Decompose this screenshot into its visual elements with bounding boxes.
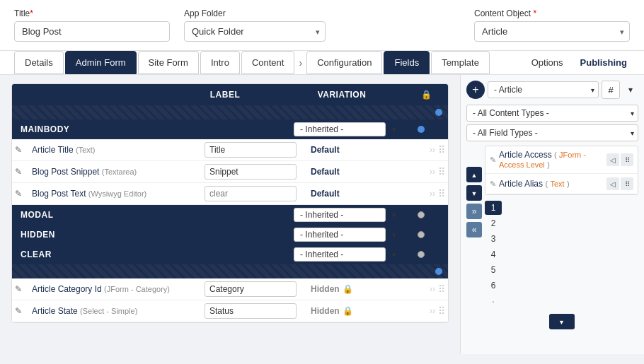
options-button[interactable]: Options: [529, 52, 566, 74]
content-object-select[interactable]: Article: [474, 21, 630, 42]
clear-dot: [418, 251, 425, 258]
move-out-button[interactable]: [466, 222, 482, 237]
field-name-text-snippet[interactable]: Blog Post Snippet: [32, 167, 99, 177]
nav-right-actions: Options Publishing: [529, 52, 630, 74]
right-content: ✎ Article Access ( JForm - Access Level …: [485, 146, 638, 329]
app-folder-select[interactable]: Quick Folder: [184, 21, 326, 42]
field-actions-category: › ⠿: [403, 283, 445, 295]
page-num-4[interactable]: 4: [485, 247, 502, 262]
tab-fields[interactable]: Fields: [384, 51, 430, 74]
left-panel: LABEL VARIATION 🔒 MAINBODY - Inherited -: [0, 75, 460, 354]
access-action-1[interactable]: ◁: [606, 153, 619, 166]
field-chevron-icon-blogtext: ›: [430, 189, 435, 199]
group-clear-select[interactable]: - Inherited -: [294, 247, 386, 262]
group-modal-select[interactable]: - Inherited -: [294, 208, 386, 222]
edit-icon-alias: ✎: [490, 180, 496, 189]
group-row-hidden: HIDDEN - Inherited -: [12, 225, 448, 245]
title-label-text: Title: [14, 8, 30, 18]
page-num-1[interactable]: 1: [485, 201, 502, 215]
drag-handle-title[interactable]: ⠿: [438, 144, 445, 155]
field-label-input-snippet[interactable]: [205, 164, 297, 180]
header-label: LABEL: [172, 84, 278, 105]
group-hidden-select[interactable]: - Inherited -: [294, 228, 386, 242]
header-lock: 🔒: [406, 84, 448, 105]
field-label-input-title[interactable]: [205, 142, 297, 158]
field-name-text-blogtext[interactable]: Blog Post Text: [32, 189, 86, 199]
group-hidden-chevron-icon: [392, 231, 396, 239]
move-up-icon: [471, 170, 478, 180]
move-up-button[interactable]: [466, 167, 482, 182]
header-variation: VARIATION: [278, 84, 406, 105]
tab-intro[interactable]: Intro: [200, 51, 240, 74]
publishing-button[interactable]: Publishing: [577, 52, 630, 74]
access-action-2[interactable]: ⠿: [621, 153, 633, 166]
field-chevron-icon-state: ›: [430, 306, 435, 316]
field-label-input-blogtext[interactable]: [205, 186, 297, 201]
drag-handle-category[interactable]: ⠿: [438, 283, 445, 295]
lock-icon-category: 🔒: [343, 284, 353, 294]
title-input[interactable]: [14, 21, 170, 42]
field-row-text: ✎ Blog Post Text (Wysiwyg Editor) Defaul…: [12, 183, 448, 205]
drag-handle-state[interactable]: ⠿: [438, 305, 445, 317]
field-label-input-category[interactable]: [205, 281, 297, 297]
add-field-button[interactable]: +: [466, 81, 485, 99]
right-toolbar: + - Article #: [466, 81, 638, 99]
field-name-text[interactable]: Article Title: [32, 145, 74, 155]
field-actions-state: › ⠿: [403, 305, 445, 317]
page-num-2[interactable]: 2: [485, 216, 502, 230]
bottom-expand-button[interactable]: [549, 314, 575, 329]
move-in-button[interactable]: [466, 204, 482, 219]
group-modal-chevron-icon: [392, 211, 396, 219]
content-object-label-text: Content Object: [474, 8, 531, 18]
title-label: Title*: [14, 8, 170, 18]
tab-content[interactable]: Content: [241, 51, 295, 74]
edit-icon-article-title[interactable]: ✎: [15, 145, 32, 155]
field-label-input-state[interactable]: [205, 303, 297, 319]
modal-dot: [418, 211, 425, 218]
right-item-access[interactable]: ✎ Article Access ( JForm - Access Level …: [485, 146, 638, 174]
page-num-6[interactable]: 6: [485, 278, 502, 293]
top-bar: Title* App Folder Quick Folder Content O…: [0, 0, 644, 51]
edit-icon-category[interactable]: ✎: [15, 284, 32, 294]
group-mainbody-chevron-icon: [392, 126, 396, 134]
right-item-alias[interactable]: ✎ Article Alias ( Text ) ◁ ⠿: [485, 174, 638, 194]
edit-icon-snippet[interactable]: ✎: [15, 167, 32, 177]
article-filter-select[interactable]: - Article: [488, 81, 599, 98]
move-out-icon: [472, 225, 477, 235]
access-item-actions: ◁ ⠿: [606, 153, 633, 166]
group-hidden-label: HIDDEN: [18, 230, 103, 240]
page-num-5[interactable]: 5: [485, 263, 502, 277]
edit-icon-text[interactable]: ✎: [15, 189, 32, 199]
move-down-button[interactable]: [466, 185, 482, 201]
page-num-more[interactable]: ·: [485, 294, 502, 308]
edit-icon-state[interactable]: ✎: [15, 306, 32, 316]
alias-action-1[interactable]: ◁: [606, 177, 619, 190]
move-down-icon: [471, 188, 478, 198]
field-type-filter-select[interactable]: - All Field Types -: [466, 124, 638, 141]
hash-button[interactable]: #: [602, 81, 620, 99]
tab-admin-form[interactable]: Admin Form: [65, 51, 137, 74]
field-type-text-snippet: (Textarea): [102, 168, 137, 176]
field-actions-blogtext: › ⠿: [403, 188, 445, 199]
lock-icon-state: 🔒: [343, 306, 353, 316]
right-side-layout: ✎ Article Access ( JForm - Access Level …: [466, 146, 638, 329]
tab-template[interactable]: Template: [431, 51, 490, 74]
tab-details[interactable]: Details: [14, 51, 64, 74]
field-type-text: (Text): [76, 146, 96, 154]
field-variation-text-title: Default: [311, 145, 403, 155]
group-row-clear: CLEAR - Inherited -: [12, 245, 448, 264]
drag-handle-snippet[interactable]: ⠿: [438, 166, 445, 177]
field-name-text-state[interactable]: Article State: [32, 306, 78, 316]
expand-button[interactable]: [623, 82, 638, 98]
group-mainbody-select[interactable]: - Inherited -: [294, 122, 386, 136]
drag-handle-blogtext[interactable]: ⠿: [438, 188, 445, 199]
mainbody-dot: [418, 126, 425, 133]
field-name-text-category[interactable]: Article Category Id: [32, 284, 102, 294]
page-num-3[interactable]: 3: [485, 232, 502, 246]
alias-action-2[interactable]: ⠿: [621, 177, 633, 190]
tab-site-form[interactable]: Site Form: [138, 51, 199, 74]
content-type-filter-select[interactable]: - All Content Types -: [466, 105, 638, 122]
tab-configuration[interactable]: Configuration: [306, 51, 382, 74]
field-variation-text-blogtext: Default: [311, 189, 403, 199]
field-row-snippet: ✎ Blog Post Snippet (Textarea) Default ›…: [12, 161, 448, 183]
